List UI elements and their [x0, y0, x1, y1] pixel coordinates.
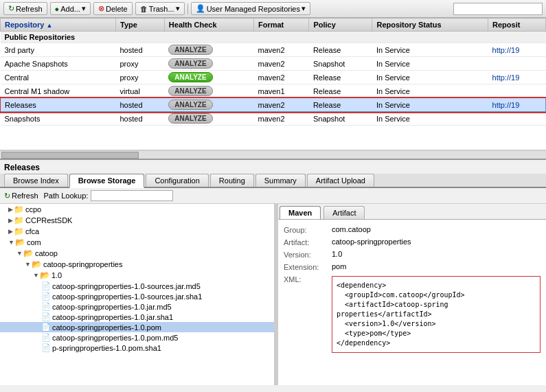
repo-health: ANALYZE — [164, 112, 253, 126]
analyze-button[interactable]: ANALYZE — [168, 58, 212, 69]
user-managed-button[interactable]: 👤 User Managed Repositories ▾ — [191, 2, 310, 15]
list-item[interactable]: ▼ 📂 catoop-springproperties — [0, 259, 274, 270]
folder-open-icon: 📂 — [32, 260, 42, 269]
refresh-button[interactable]: ↻ Refresh — [3, 2, 47, 15]
analyze-button[interactable]: ANALYZE — [168, 113, 212, 124]
col-type[interactable]: Type — [116, 19, 165, 32]
list-item[interactable]: ▶ 📁 ccpo — [0, 204, 274, 215]
repo-format: maven2 — [253, 43, 308, 57]
tab-routing[interactable]: Routing — [210, 174, 254, 187]
repo-format: maven2 — [253, 112, 308, 126]
list-item[interactable]: ▼ 📂 1.0 — [0, 270, 274, 281]
table-row[interactable]: Releases hosted ANALYZE maven2 Release I… — [1, 98, 546, 112]
add-button[interactable]: ● Add... ▾ — [50, 2, 91, 15]
folder-icon: 📁 — [14, 205, 24, 214]
list-item[interactable]: 📄 catoop-springproperties-1.0.pom — [0, 322, 274, 332]
folder-icon: 📁 — [14, 216, 24, 225]
table-row[interactable]: Apache Snapshots proxy ANALYZE maven2 Sn… — [1, 57, 546, 71]
repo-policy: Release — [309, 43, 372, 57]
analyze-button[interactable]: ANALYZE — [168, 45, 212, 55]
sub-refresh-button[interactable]: ↻ Refresh — [4, 192, 38, 200]
analyze-button[interactable]: ANALYZE — [168, 100, 212, 110]
tab-browse-storage[interactable]: Browse Storage — [69, 174, 145, 188]
xml-label: XML: — [284, 275, 332, 284]
detail-tab-maven[interactable]: Maven — [280, 206, 321, 219]
list-item[interactable]: ▶ 📁 cfca — [0, 226, 274, 237]
table-row[interactable]: 3rd party hosted ANALYZE maven2 Release … — [1, 43, 546, 57]
delete-button[interactable]: ⊗ Delete — [93, 2, 133, 15]
detail-group-row: Group: com.catoop — [284, 225, 541, 234]
analyze-button[interactable]: ANALYZE — [168, 72, 212, 82]
file-icon: 📄 — [41, 343, 51, 352]
expand-icon[interactable]: ▶ — [8, 217, 13, 224]
horizontal-scrollbar[interactable] — [0, 150, 546, 159]
extension-value: pom — [332, 262, 346, 270]
group-label: Group: — [284, 225, 332, 234]
repo-url[interactable]: http://19 — [488, 43, 546, 57]
analyze-button[interactable]: ANALYZE — [168, 86, 212, 96]
artifact-label: Artifact: — [284, 238, 332, 246]
group-header-cell: Public Repositories — [1, 32, 546, 43]
repo-format: maven1 — [253, 84, 308, 98]
repo-url[interactable]: http://19 — [488, 71, 546, 84]
expand-icon[interactable]: ▼ — [8, 239, 14, 246]
tab-browse-index[interactable]: Browse Index — [4, 174, 68, 187]
expand-icon[interactable]: ▶ — [8, 206, 13, 213]
expand-icon[interactable]: ▼ — [16, 250, 23, 257]
file-icon: 📄 — [41, 333, 51, 342]
scrollbar-thumb[interactable] — [1, 152, 139, 159]
repo-health: ANALYZE — [164, 43, 253, 57]
expand-icon[interactable]: ▶ — [8, 228, 13, 235]
list-item[interactable]: ▼ 📂 catoop — [0, 248, 274, 259]
sub-toolbar: ↻ Refresh Path Lookup: — [0, 188, 546, 204]
tree-item-label: catoop-springproperties-1.0.pom — [52, 323, 161, 332]
expand-icon[interactable]: ▼ — [33, 272, 39, 279]
toolbar-separator — [187, 3, 188, 14]
repo-url[interactable]: http://19 — [488, 98, 546, 112]
list-item[interactable]: 📄 catoop-springproperties-1.0.jar.sha1 — [0, 312, 274, 322]
detail-tab-artifact[interactable]: Artifact — [323, 206, 365, 219]
repo-health: ANALYZE — [164, 57, 253, 71]
list-item[interactable]: 📄 catoop-springproperties-1.0.pom.md5 — [0, 332, 274, 343]
tab-summary[interactable]: Summary — [255, 174, 306, 187]
group-header-row: Public Repositories — [1, 32, 546, 43]
trash-icon: 🗑 — [140, 5, 148, 13]
col-health-check[interactable]: Health Check — [164, 19, 253, 32]
tree-item-label: CCPRestSDK — [25, 216, 72, 224]
file-icon: 📄 — [41, 292, 51, 301]
extension-label: Extension: — [284, 262, 332, 271]
table-row[interactable]: Central proxy ANALYZE maven2 Release In … — [1, 71, 546, 84]
list-item[interactable]: 📄 p-springproperties-1.0.pom.sha1 — [0, 343, 274, 353]
tree-item-label: cfca — [25, 227, 39, 235]
col-policy[interactable]: Policy — [309, 19, 372, 32]
repo-type: hosted — [116, 112, 165, 126]
path-lookup-input[interactable] — [91, 190, 173, 201]
col-repository[interactable]: Repository ▲ — [1, 19, 116, 32]
tab-artifact-upload[interactable]: Artifact Upload — [307, 174, 374, 187]
repo-status: In Service — [372, 43, 488, 57]
version-label: Version: — [284, 250, 332, 259]
tab-configuration[interactable]: Configuration — [146, 174, 208, 187]
delete-icon: ⊗ — [98, 4, 104, 13]
tabs-bar: Browse Index Browse Storage Configuratio… — [0, 174, 546, 188]
tree-item-label: catoop-springproperties-1.0.jar.md5 — [52, 303, 172, 311]
col-url[interactable]: Reposit — [488, 19, 546, 32]
detail-xml-row: XML: <dependency> <groupId>com.catoop</g… — [284, 275, 541, 353]
folder-open-icon: 📂 — [15, 238, 25, 247]
file-icon: 📄 — [41, 302, 51, 311]
table-row[interactable]: Central M1 shadow virtual ANALYZE maven1… — [1, 84, 546, 98]
repo-type: proxy — [116, 57, 165, 71]
col-format[interactable]: Format — [253, 19, 308, 32]
trash-button[interactable]: 🗑 Trash... ▾ — [135, 2, 185, 15]
list-item[interactable]: ▼ 📂 com — [0, 237, 274, 248]
table-row[interactable]: Snapshots hosted ANALYZE maven2 Snapshot… — [1, 112, 546, 126]
col-status[interactable]: Repository Status — [372, 19, 488, 32]
list-item[interactable]: 📄 catoop-springproperties-1.0-sources.ja… — [0, 281, 274, 291]
list-item[interactable]: 📄 catoop-springproperties-1.0.jar.md5 — [0, 301, 274, 312]
list-item[interactable]: ▶ 📁 CCPRestSDK — [0, 215, 274, 226]
tree-item-label: catoop-springproperties — [43, 260, 123, 268]
list-item[interactable]: 📄 catoop-springproperties-1.0-sources.ja… — [0, 291, 274, 301]
repo-type: hosted — [116, 43, 165, 57]
search-input[interactable] — [453, 3, 543, 15]
expand-icon[interactable]: ▼ — [25, 261, 31, 268]
